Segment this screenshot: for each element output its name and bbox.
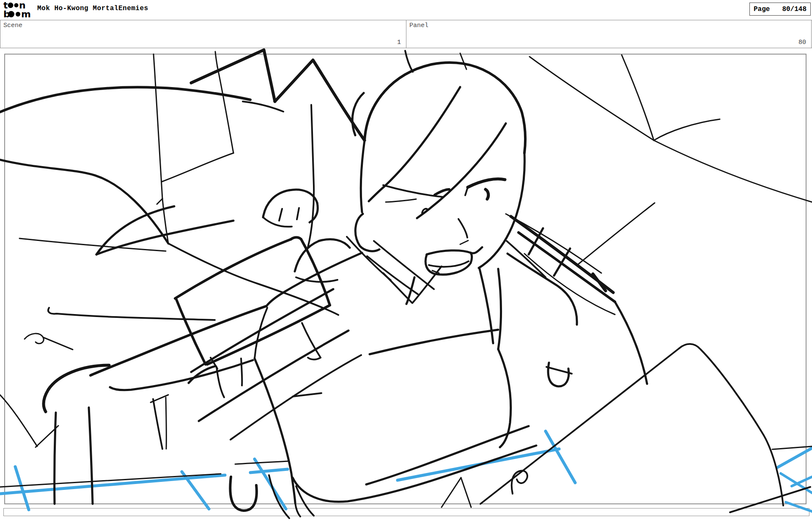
scene-label: Scene bbox=[3, 22, 22, 29]
panel-value: 80 bbox=[798, 39, 806, 46]
toonboom-logo-icon: t n b m bbox=[3, 1, 35, 19]
panel-label: Panel bbox=[409, 22, 428, 29]
project-title: Mok Ho-Kwong MortalEnemies bbox=[37, 5, 148, 12]
scene-value: 1 bbox=[397, 39, 401, 46]
page-label: Page bbox=[754, 5, 770, 13]
svg-text:m: m bbox=[21, 9, 31, 19]
panel-field: Panel 80 bbox=[406, 20, 812, 48]
scene-panel-row: Scene 1 Panel 80 bbox=[0, 20, 812, 48]
header-bar: t n b m Mok Ho-Kwong MortalEnemies Page … bbox=[0, 0, 812, 20]
caption-strip bbox=[3, 508, 809, 516]
scene-field: Scene 1 bbox=[0, 20, 406, 48]
storyboard-panel-frame bbox=[4, 54, 807, 504]
page-value: 80/148 bbox=[782, 5, 807, 13]
page-counter: Page 80/148 bbox=[749, 3, 811, 16]
